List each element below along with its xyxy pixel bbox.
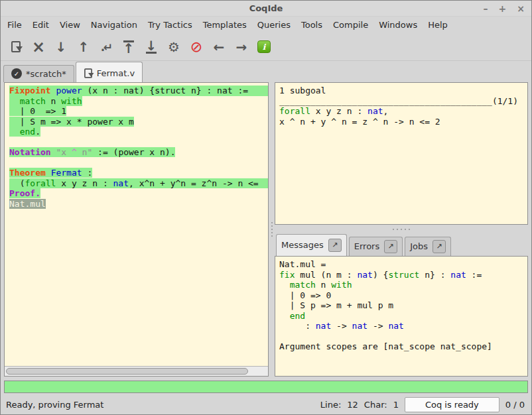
code-line: (forall x y z n : nat, x^n + y^n = z^n -… <box>9 178 268 189</box>
line-label: Line: <box>320 400 341 410</box>
menu-item-templates[interactable]: Templates <box>198 18 252 32</box>
tab-jobs-label: Jobs <box>410 241 428 251</box>
coqide-window: CoqIde – + × File Edit View Navigation T… <box>0 0 532 415</box>
forward-button[interactable]: → <box>230 36 253 58</box>
coq-state-indicator: Coq is ready <box>405 397 499 412</box>
go-to-start-icon: ↑ <box>123 40 135 54</box>
code-line <box>279 331 523 342</box>
tab-fermat[interactable]: Fermat.v <box>76 62 143 82</box>
code-line: Nat.mul = <box>279 259 523 270</box>
menu-item-navigation[interactable]: Navigation <box>86 18 143 32</box>
messages-panel: Nat.mul =fix mul (n m : nat) {struct n} … <box>275 256 528 377</box>
go-to-end-button[interactable]: ↓ <box>140 36 163 58</box>
maximize-button[interactable]: + <box>499 4 507 13</box>
save-button[interactable] <box>5 36 27 58</box>
tab-errors-label: Errors <box>354 241 379 251</box>
tab-fermat-label: Fermat.v <box>97 68 135 78</box>
window-controls: – + × <box>484 1 525 17</box>
code-line: match n with <box>9 96 268 107</box>
menu-item-edit[interactable]: Edit <box>27 18 54 32</box>
detach-messages-button[interactable]: ↗ <box>328 239 342 252</box>
code-line <box>9 137 268 148</box>
code-line: Notation "x ^ n" := (power x n). <box>9 147 268 158</box>
statusbar: Ready, proving Fermat Line: 12 Char: 1 C… <box>1 395 531 414</box>
save-page-icon <box>84 68 92 78</box>
detach-jobs-button[interactable]: ↗ <box>432 240 446 253</box>
close-buffer-button[interactable]: × <box>27 36 50 58</box>
script-editor[interactable]: Fixpoint power (x n : nat) {struct n} : … <box>5 83 268 366</box>
menu-item-compile[interactable]: Compile <box>328 18 373 32</box>
code-line: Theorem Fermat : <box>9 168 268 178</box>
line-value: 12 <box>347 400 358 410</box>
code-line: ________________________________________… <box>279 96 523 107</box>
status-message: Ready, proving Fermat <box>6 400 103 410</box>
menu-item-file[interactable]: File <box>2 18 27 32</box>
detach-arrow-icon: ↗ <box>332 241 338 249</box>
slaves-counter: 0 / 0 <box>505 400 525 410</box>
save-icon <box>11 41 21 52</box>
code-line: fix mul (n m : nat) {struct n} : nat := <box>279 270 523 280</box>
editor-horizontal-scrollbar[interactable] <box>5 366 268 376</box>
window-title: CoqIde <box>249 3 283 13</box>
char-value: 1 <box>393 400 399 410</box>
backward-one-button[interactable]: ↑ <box>72 36 95 58</box>
horizontal-pane-divider[interactable] <box>275 225 528 233</box>
code-line: : nat -> nat -> nat <box>279 321 523 331</box>
code-line: 1 subgoal <box>279 86 523 96</box>
detach-arrow-icon: ↗ <box>436 242 442 251</box>
code-line: | S m => x * power x m <box>9 117 268 127</box>
close-doc-icon: × <box>32 38 45 56</box>
code-line: Fixpoint power (x n : nat) {struct n} : … <box>9 86 268 96</box>
code-line: x ^ n + y ^ n = z ^ n -> n <= 2 <box>279 117 523 127</box>
go-to-end-icon: ↓ <box>146 40 157 54</box>
about-button[interactable]: i <box>253 36 275 58</box>
forward-one-button[interactable]: ↓ <box>50 36 72 58</box>
code-line <box>9 158 268 168</box>
minimize-button[interactable]: – <box>484 4 488 13</box>
fully-check-button[interactable]: ⚙ <box>163 36 185 58</box>
detach-arrow-icon: ↗ <box>388 242 394 251</box>
tab-messages[interactable]: Messages ↗ <box>276 234 347 256</box>
tab-jobs[interactable]: Jobs ↗ <box>405 237 451 256</box>
code-line: Argument scopes are [nat_scope nat_scope… <box>279 341 523 352</box>
tab-errors[interactable]: Errors ↗ <box>349 237 403 256</box>
menu-item-windows[interactable]: Windows <box>373 18 423 32</box>
code-line: | S p => m + mul p m <box>279 300 523 311</box>
editor-tabbar: ✓ *scratch* Fermat.v <box>1 61 531 82</box>
arrow-down-icon: ↓ <box>56 39 67 55</box>
code-line: | 0 => 1 <box>9 106 268 117</box>
menubar: File Edit View Navigation Try Tactics Te… <box>1 17 531 33</box>
menu-item-tools[interactable]: Tools <box>296 18 328 32</box>
progress-area <box>1 378 531 395</box>
interrupt-button[interactable]: ⊘ <box>185 36 208 58</box>
menu-item-help[interactable]: Help <box>423 18 453 32</box>
go-to-cursor-button[interactable]: .↵ <box>95 36 117 58</box>
close-button[interactable]: × <box>517 4 525 13</box>
script-editor-panel: Fixpoint power (x n : nat) {struct n} : … <box>4 82 269 377</box>
message-tabbar: Messages ↗ Errors ↗ Jobs ↗ <box>275 233 528 256</box>
titlebar: CoqIde – + × <box>1 1 531 17</box>
detach-errors-button[interactable]: ↗ <box>384 240 397 253</box>
tab-messages-label: Messages <box>281 240 324 250</box>
info-bubble-icon: i <box>257 40 271 53</box>
check-circle-icon: ✓ <box>11 68 22 79</box>
back-button[interactable]: ← <box>208 36 230 58</box>
menu-item-view[interactable]: View <box>54 18 86 32</box>
code-line: forall x y z n : nat, <box>279 106 523 117</box>
arrow-up-icon: ↑ <box>78 39 90 55</box>
code-line: | 0 => 0 <box>279 290 523 301</box>
tab-scratch-label: *scratch* <box>26 69 66 79</box>
right-column: 1 subgoal_______________________________… <box>275 82 528 377</box>
tab-scratch[interactable]: ✓ *scratch* <box>3 65 74 82</box>
menu-item-queries[interactable]: Queries <box>252 18 296 32</box>
vertical-pane-divider[interactable] <box>269 82 275 377</box>
code-line: Proof. <box>9 188 268 199</box>
interrupt-icon: ⊘ <box>190 38 202 55</box>
coq-progress-bar <box>4 381 528 393</box>
code-line: Nat.mul <box>9 199 268 209</box>
gear-icon: ⚙ <box>168 39 180 55</box>
menu-item-try-tactics[interactable]: Try Tactics <box>143 18 198 32</box>
status-right-group: Line: 12 Char: 1 Coq is ready 0 / 0 <box>320 397 525 412</box>
go-to-start-button[interactable]: ↑ <box>117 36 140 58</box>
scrollbar-thumb[interactable] <box>6 368 248 375</box>
